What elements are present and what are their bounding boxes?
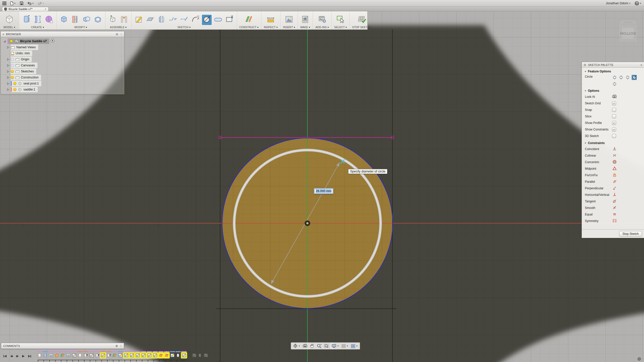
project-tool-button[interactable]: [145, 15, 155, 25]
constraint-row-midpoint[interactable]: Midpoint: [582, 165, 644, 172]
browser-item-named-views[interactable]: Named Views: [2, 44, 124, 50]
timeline-feature-sketch[interactable]: [117, 351, 123, 358]
fillet-tool-button[interactable]: [70, 15, 80, 25]
minimize-panel-icon[interactable]: ⊖: [116, 33, 118, 36]
insert-image-tool-button[interactable]: [284, 15, 294, 25]
sketch-feature-icon[interactable]: [71, 353, 77, 358]
sketch-palette-header[interactable]: ⊖ SKETCH PALETTE »: [582, 62, 644, 68]
visibility-bulb-icon[interactable]: [11, 70, 14, 73]
browser-item-canvases[interactable]: Canvases: [2, 62, 124, 68]
box-feature-icon[interactable]: [77, 353, 83, 358]
viewports-button[interactable]: ▼: [351, 344, 358, 348]
circle-tool-button[interactable]: [202, 15, 212, 25]
step-forward-button[interactable]: [16, 354, 19, 359]
extrude-feature-icon[interactable]: [106, 353, 111, 358]
timeline-feature-sketch[interactable]: [141, 351, 146, 358]
form-feature-icon[interactable]: [54, 353, 59, 358]
visibility-bulb-icon[interactable]: [11, 58, 14, 61]
timeline-feature-sketch[interactable]: [135, 351, 141, 358]
browser-item-chip[interactable]: seat post:1: [11, 81, 41, 86]
toolbar-group-label-insert[interactable]: INSERT ▾: [283, 26, 295, 29]
sketch-trim-tool-button[interactable]: [179, 15, 189, 25]
fix-constraint-icon[interactable]: [613, 173, 617, 178]
canvas-feature-icon[interactable]: [48, 353, 54, 358]
visibility-bulb-icon[interactable]: [13, 82, 16, 85]
timeline-feature-extrude[interactable]: [83, 351, 89, 358]
pan-button[interactable]: [310, 344, 314, 348]
browser-item-saddle-1[interactable]: saddle:1: [2, 86, 124, 93]
patch-feature-icon[interactable]: [158, 353, 164, 358]
sketch-feature-icon[interactable]: [135, 353, 140, 358]
visibility-bulb-icon[interactable]: [13, 88, 16, 91]
panel-grip[interactable]: ❘: [120, 33, 122, 35]
go-to-end-button[interactable]: [28, 354, 31, 359]
constraint-row-smooth[interactable]: Smooth: [582, 205, 644, 211]
plane-feature-icon[interactable]: [60, 353, 65, 358]
grid-settings-button[interactable]: ▼: [341, 344, 348, 348]
form-tool-button[interactable]: [44, 15, 54, 25]
canvas-feature-icon[interactable]: [66, 353, 71, 358]
timeline-feature-form[interactable]: [54, 351, 60, 358]
step-back-button[interactable]: [10, 354, 13, 359]
sketch-feature-icon[interactable]: [152, 353, 158, 358]
redo-button[interactable]: ▼: [38, 2, 45, 5]
section-options[interactable]: ▼ Options: [582, 87, 644, 94]
visibility-bulb-icon[interactable]: [11, 64, 14, 67]
smooth-constraint-icon[interactable]: [613, 206, 617, 210]
timeline-feature-plane[interactable]: [112, 351, 117, 358]
toolbar-group-label-select[interactable]: SELECT ▾: [334, 26, 347, 29]
midpoint-constraint-icon[interactable]: [613, 166, 617, 171]
orbit-button[interactable]: ▼: [293, 344, 300, 348]
expander-icon[interactable]: [2, 40, 7, 43]
press-pull-tool-button[interactable]: [59, 15, 69, 25]
timeline-feature-plane[interactable]: [60, 351, 65, 358]
checkbox-unchecked[interactable]: [612, 114, 616, 118]
sketch-feature-icon[interactable]: [118, 353, 123, 358]
timeline-feature-sketch[interactable]: [129, 351, 135, 358]
shell-tool-button[interactable]: [93, 15, 103, 25]
browser-item-chip[interactable]: Named Views: [11, 44, 38, 50]
tab-close-icon[interactable]: ×: [45, 8, 46, 11]
user-menu[interactable]: Jonathan Odom ▼: [606, 2, 631, 5]
constraint-row-tangent[interactable]: Tangent: [582, 198, 644, 205]
look-at-icon[interactable]: [612, 95, 617, 99]
select-cursor-tool-button[interactable]: [336, 15, 345, 25]
timeline-future-feature-sketch[interactable]: [191, 351, 197, 358]
coincident-constraint-icon[interactable]: [613, 147, 617, 152]
checkbox-unchecked[interactable]: [612, 134, 616, 138]
constraint-row-equal[interactable]: Equal: [582, 211, 644, 218]
section-feature-options[interactable]: ▼ Feature Options: [582, 68, 644, 74]
toolbar-group-label-stopsketch[interactable]: STOP SKETCH: [352, 26, 371, 29]
browser-item-chip[interactable]: Canvases: [11, 63, 37, 68]
timeline-feature-patch[interactable]: [164, 351, 170, 358]
extrude-feature-icon[interactable]: [176, 353, 181, 358]
browser-item-chip[interactable]: Origin: [11, 57, 32, 62]
expander-icon[interactable]: [5, 70, 11, 73]
sketch-feature-icon[interactable]: [100, 353, 106, 358]
timeline-feature-sketch[interactable]: [89, 351, 94, 358]
expander-icon[interactable]: [5, 46, 11, 49]
help-menu[interactable]: ? ▼: [635, 1, 641, 6]
timeline-feature-sketch[interactable]: [71, 351, 77, 358]
expander-icon[interactable]: [5, 64, 11, 67]
browser-item-sketches[interactable]: Sketches: [2, 68, 124, 74]
extrude-feature-icon[interactable]: [95, 353, 100, 358]
timeline-feature-canvas[interactable]: [48, 351, 54, 358]
model-cube-tool-button[interactable]: [5, 15, 14, 25]
timeline-feature-sketch[interactable]: [146, 351, 152, 358]
browser-root-row[interactable]: Bicycle Saddle v7: [2, 38, 124, 44]
box-feature-icon[interactable]: [37, 353, 42, 358]
checkbox-checked[interactable]: ✓: [612, 127, 616, 131]
horizontal-vertical-constraint-icon[interactable]: [613, 193, 617, 197]
view-cube[interactable]: BOTTOM FRONT: [618, 20, 638, 42]
undo-button[interactable]: ▼: [27, 2, 34, 5]
add-ins-tool-button[interactable]: [317, 15, 327, 25]
collapse-panel-icon[interactable]: «: [3, 33, 4, 36]
toolbar-group-label-inspect[interactable]: INSPECT ▾: [264, 26, 278, 29]
browser-item-chip[interactable]: Units: mm: [11, 51, 32, 56]
timeline-feature-sketch[interactable]: [152, 351, 158, 358]
parallel-constraint-icon[interactable]: [613, 179, 617, 184]
browser-item-chip[interactable]: Sketches: [11, 69, 36, 74]
constraint-row-symmetry[interactable]: Symmetry: [582, 218, 644, 224]
colinear-constraint-icon[interactable]: [613, 153, 617, 158]
